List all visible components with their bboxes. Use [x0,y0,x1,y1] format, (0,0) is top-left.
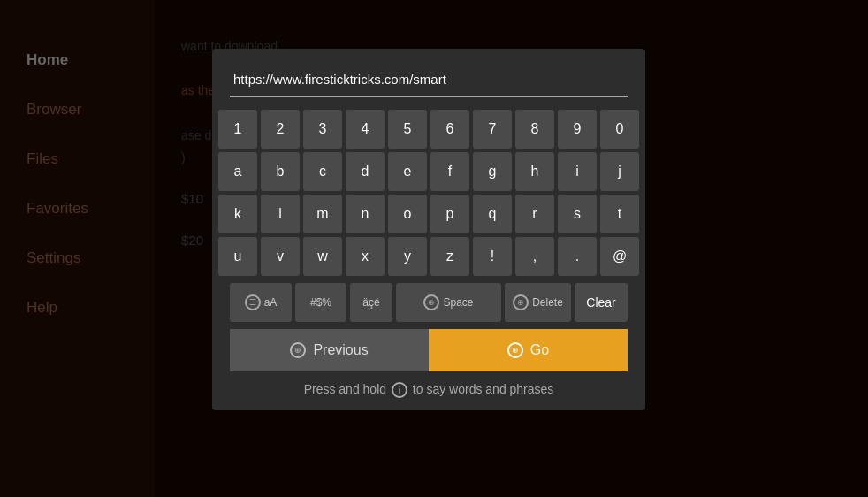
key-3[interactable]: 3 [303,110,342,149]
key-f[interactable]: f [430,152,469,191]
url-input[interactable] [230,66,628,97]
key-x[interactable]: x [346,237,385,276]
key-q[interactable]: q [473,195,512,233]
delete-label: Delete [532,296,563,309]
previous-button[interactable]: ⊕ Previous [230,329,429,371]
key-t[interactable]: t [600,195,639,233]
hint-icon: i [392,382,407,398]
delete-button[interactable]: ⊕ Delete [505,283,571,322]
caps-label: aA [264,296,278,309]
key-5[interactable]: 5 [388,110,427,149]
key-exclaim[interactable]: ! [473,237,512,276]
key-j[interactable]: j [600,152,639,191]
key-c[interactable]: c [303,152,342,191]
key-row-aj: a b c d e f g h i j [230,152,628,191]
key-z[interactable]: z [430,237,469,276]
key-row-symbols: u v w x y z ! , . @ [230,237,628,276]
key-1[interactable]: 1 [218,110,257,149]
key-k[interactable]: k [218,195,257,233]
key-e[interactable]: e [388,152,427,191]
key-b[interactable]: b [261,152,300,191]
key-period[interactable]: . [558,237,597,276]
key-l[interactable]: l [261,195,300,233]
key-g[interactable]: g [473,152,512,191]
key-a[interactable]: a [218,152,257,191]
key-7[interactable]: 7 [473,110,512,149]
special-key-row: ☰ aA #$% äçé ⊕ Space ⊕ Delete Clear [230,283,628,322]
key-o[interactable]: o [388,195,427,233]
key-row-kt: k l m n o p q r s t [230,195,628,233]
go-icon: ⊕ [507,342,523,358]
key-n[interactable]: n [346,195,385,233]
key-d[interactable]: d [346,152,385,191]
key-v[interactable]: v [261,237,300,276]
symbols-button[interactable]: #$% [295,283,346,322]
key-at[interactable]: @ [600,237,639,276]
key-y[interactable]: y [388,237,427,276]
key-comma[interactable]: , [515,237,554,276]
key-u[interactable]: u [218,237,257,276]
key-r[interactable]: r [515,195,554,233]
accents-button[interactable]: äçé [350,283,392,322]
key-i[interactable]: i [558,152,597,191]
key-h[interactable]: h [515,152,554,191]
key-row-numbers: 1 2 3 4 5 6 7 8 9 0 [230,110,628,149]
key-8[interactable]: 8 [515,110,554,149]
key-4[interactable]: 4 [346,110,385,149]
key-m[interactable]: m [303,195,342,233]
space-icon: ⊕ [423,294,439,310]
symbols-label: #$% [310,296,331,309]
key-s[interactable]: s [558,195,597,233]
previous-icon: ⊕ [290,342,306,358]
hint-text: Press and hold i to say words and phrase… [230,382,628,410]
key-2[interactable]: 2 [261,110,300,149]
keyboard-dialog: 1 2 3 4 5 6 7 8 9 0 a b c d e f g h i j … [212,49,645,410]
key-6[interactable]: 6 [430,110,469,149]
delete-icon: ⊕ [513,294,529,310]
key-9[interactable]: 9 [558,110,597,149]
go-label: Go [530,342,549,358]
space-button[interactable]: ⊕ Space [396,283,501,322]
menu-icon: ☰ [245,294,261,310]
go-button[interactable]: ⊕ Go [429,329,628,371]
clear-label: Clear [586,295,615,310]
caps-button[interactable]: ☰ aA [230,283,292,322]
nav-row: ⊕ Previous ⊕ Go [230,329,628,371]
key-0[interactable]: 0 [600,110,639,149]
keyboard: 1 2 3 4 5 6 7 8 9 0 a b c d e f g h i j … [230,110,628,322]
accents-label: äçé [362,296,379,309]
key-w[interactable]: w [303,237,342,276]
previous-label: Previous [313,342,368,358]
key-p[interactable]: p [430,195,469,233]
clear-button[interactable]: Clear [575,283,628,322]
space-label: Space [443,296,473,309]
